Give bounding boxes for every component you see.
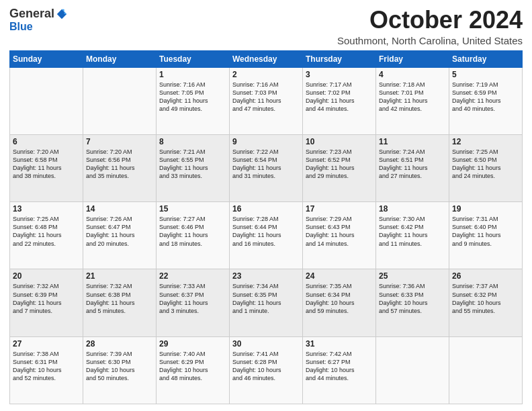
day-number: 23 [232, 271, 300, 281]
calendar-cell [10, 67, 83, 134]
day-info: Sunrise: 7:25 AM Sunset: 6:50 PM Dayligh… [452, 148, 519, 181]
day-info: Sunrise: 7:32 AM Sunset: 6:38 PM Dayligh… [86, 282, 153, 315]
calendar-week-5: 27Sunrise: 7:38 AM Sunset: 6:31 PM Dayli… [10, 336, 523, 404]
day-info: Sunrise: 7:40 AM Sunset: 6:29 PM Dayligh… [159, 350, 226, 383]
month-title: October 2024 [337, 7, 523, 34]
day-info: Sunrise: 7:31 AM Sunset: 6:40 PM Dayligh… [452, 215, 519, 248]
day-number: 13 [13, 204, 80, 214]
day-info: Sunrise: 7:20 AM Sunset: 6:56 PM Dayligh… [86, 148, 153, 181]
calendar-cell: 20Sunrise: 7:32 AM Sunset: 6:39 PM Dayli… [10, 269, 83, 336]
day-number: 2 [232, 70, 300, 79]
day-info: Sunrise: 7:28 AM Sunset: 6:44 PM Dayligh… [232, 215, 300, 248]
day-info: Sunrise: 7:21 AM Sunset: 6:55 PM Dayligh… [159, 148, 226, 181]
day-info: Sunrise: 7:38 AM Sunset: 6:31 PM Dayligh… [13, 350, 80, 383]
day-header-monday: Monday [83, 50, 157, 67]
calendar-cell: 4Sunrise: 7:18 AM Sunset: 7:01 PM Daylig… [376, 67, 449, 134]
calendar-week-2: 6Sunrise: 7:20 AM Sunset: 6:58 PM Daylig… [10, 134, 523, 201]
logo-icon [56, 8, 68, 20]
day-info: Sunrise: 7:22 AM Sunset: 6:54 PM Dayligh… [232, 148, 300, 181]
day-info: Sunrise: 7:20 AM Sunset: 6:58 PM Dayligh… [13, 148, 80, 181]
header: General Blue October 2024 Southmont, Nor… [9, 7, 523, 46]
day-number: 20 [13, 271, 80, 281]
day-number: 19 [452, 204, 519, 214]
day-info: Sunrise: 7:41 AM Sunset: 6:28 PM Dayligh… [232, 350, 300, 383]
calendar-cell: 22Sunrise: 7:33 AM Sunset: 6:37 PM Dayli… [157, 269, 230, 336]
calendar-cell: 11Sunrise: 7:24 AM Sunset: 6:51 PM Dayli… [376, 134, 449, 201]
day-header-saturday: Saturday [449, 50, 523, 67]
calendar-cell: 3Sunrise: 7:17 AM Sunset: 7:02 PM Daylig… [303, 67, 376, 134]
calendar-cell [83, 67, 157, 134]
calendar-header-row: SundayMondayTuesdayWednesdayThursdayFrid… [10, 50, 523, 67]
day-number: 18 [379, 204, 446, 214]
calendar-cell: 14Sunrise: 7:26 AM Sunset: 6:47 PM Dayli… [83, 202, 157, 269]
calendar-cell: 19Sunrise: 7:31 AM Sunset: 6:40 PM Dayli… [449, 202, 523, 269]
day-number: 1 [159, 70, 226, 79]
day-info: Sunrise: 7:36 AM Sunset: 6:33 PM Dayligh… [379, 282, 446, 315]
calendar-cell: 21Sunrise: 7:32 AM Sunset: 6:38 PM Dayli… [83, 269, 157, 336]
day-info: Sunrise: 7:30 AM Sunset: 6:42 PM Dayligh… [379, 215, 446, 248]
day-info: Sunrise: 7:39 AM Sunset: 6:30 PM Dayligh… [86, 350, 153, 383]
calendar-week-1: 1Sunrise: 7:16 AM Sunset: 7:05 PM Daylig… [10, 67, 523, 134]
day-number: 5 [452, 70, 519, 79]
calendar-cell: 16Sunrise: 7:28 AM Sunset: 6:44 PM Dayli… [230, 202, 303, 269]
page: General Blue October 2024 Southmont, Nor… [0, 0, 532, 411]
day-info: Sunrise: 7:33 AM Sunset: 6:37 PM Dayligh… [159, 282, 226, 315]
day-number: 30 [232, 339, 300, 349]
calendar-cell: 9Sunrise: 7:22 AM Sunset: 6:54 PM Daylig… [230, 134, 303, 201]
day-info: Sunrise: 7:26 AM Sunset: 6:47 PM Dayligh… [86, 215, 153, 248]
day-header-thursday: Thursday [303, 50, 376, 67]
day-number: 22 [159, 271, 226, 281]
calendar-cell: 24Sunrise: 7:35 AM Sunset: 6:34 PM Dayli… [303, 269, 376, 336]
calendar-cell: 27Sunrise: 7:38 AM Sunset: 6:31 PM Dayli… [10, 336, 83, 404]
day-info: Sunrise: 7:16 AM Sunset: 7:05 PM Dayligh… [159, 81, 226, 113]
day-number: 9 [232, 137, 300, 146]
calendar-cell: 10Sunrise: 7:23 AM Sunset: 6:52 PM Dayli… [303, 134, 376, 201]
calendar-cell: 25Sunrise: 7:36 AM Sunset: 6:33 PM Dayli… [376, 269, 449, 336]
day-number: 29 [159, 339, 226, 349]
calendar-cell: 2Sunrise: 7:16 AM Sunset: 7:03 PM Daylig… [230, 67, 303, 134]
day-number: 8 [159, 137, 226, 146]
day-info: Sunrise: 7:37 AM Sunset: 6:32 PM Dayligh… [452, 282, 519, 315]
calendar-cell: 7Sunrise: 7:20 AM Sunset: 6:56 PM Daylig… [83, 134, 157, 201]
day-number: 14 [86, 204, 153, 214]
day-info: Sunrise: 7:24 AM Sunset: 6:51 PM Dayligh… [379, 148, 446, 181]
day-header-friday: Friday [376, 50, 449, 67]
day-info: Sunrise: 7:16 AM Sunset: 7:03 PM Dayligh… [232, 81, 300, 113]
day-number: 11 [379, 137, 446, 146]
day-info: Sunrise: 7:19 AM Sunset: 6:59 PM Dayligh… [452, 81, 519, 113]
calendar-cell: 18Sunrise: 7:30 AM Sunset: 6:42 PM Dayli… [376, 202, 449, 269]
logo-blue-text: Blue [9, 21, 33, 32]
day-info: Sunrise: 7:34 AM Sunset: 6:35 PM Dayligh… [232, 282, 300, 315]
day-info: Sunrise: 7:27 AM Sunset: 6:46 PM Dayligh… [159, 215, 226, 248]
day-number: 24 [306, 271, 373, 281]
calendar-cell: 28Sunrise: 7:39 AM Sunset: 6:30 PM Dayli… [83, 336, 157, 404]
calendar-cell: 12Sunrise: 7:25 AM Sunset: 6:50 PM Dayli… [449, 134, 523, 201]
logo: General Blue [9, 7, 68, 33]
day-number: 26 [452, 271, 519, 281]
day-number: 21 [86, 271, 153, 281]
day-info: Sunrise: 7:23 AM Sunset: 6:52 PM Dayligh… [306, 148, 373, 181]
day-header-tuesday: Tuesday [157, 50, 230, 67]
calendar-cell: 29Sunrise: 7:40 AM Sunset: 6:29 PM Dayli… [157, 336, 230, 404]
calendar-week-4: 20Sunrise: 7:32 AM Sunset: 6:39 PM Dayli… [10, 269, 523, 336]
day-number: 7 [86, 137, 153, 146]
calendar-cell: 31Sunrise: 7:42 AM Sunset: 6:27 PM Dayli… [303, 336, 376, 404]
calendar-cell [449, 336, 523, 404]
day-number: 12 [452, 137, 519, 146]
calendar-cell: 17Sunrise: 7:29 AM Sunset: 6:43 PM Dayli… [303, 202, 376, 269]
logo-general-text: General [9, 7, 54, 21]
calendar-cell: 15Sunrise: 7:27 AM Sunset: 6:46 PM Dayli… [157, 202, 230, 269]
title-block: October 2024 Southmont, North Carolina, … [337, 7, 523, 46]
day-number: 3 [306, 70, 373, 79]
calendar-cell: 26Sunrise: 7:37 AM Sunset: 6:32 PM Dayli… [449, 269, 523, 336]
day-info: Sunrise: 7:42 AM Sunset: 6:27 PM Dayligh… [306, 350, 373, 383]
calendar-cell: 6Sunrise: 7:20 AM Sunset: 6:58 PM Daylig… [10, 134, 83, 201]
calendar-week-3: 13Sunrise: 7:25 AM Sunset: 6:48 PM Dayli… [10, 202, 523, 269]
day-number: 4 [379, 70, 446, 79]
day-header-wednesday: Wednesday [230, 50, 303, 67]
day-number: 6 [13, 137, 80, 146]
location-title: Southmont, North Carolina, United States [337, 35, 523, 46]
day-number: 27 [13, 339, 80, 349]
calendar-cell: 13Sunrise: 7:25 AM Sunset: 6:48 PM Dayli… [10, 202, 83, 269]
day-info: Sunrise: 7:29 AM Sunset: 6:43 PM Dayligh… [306, 215, 373, 248]
